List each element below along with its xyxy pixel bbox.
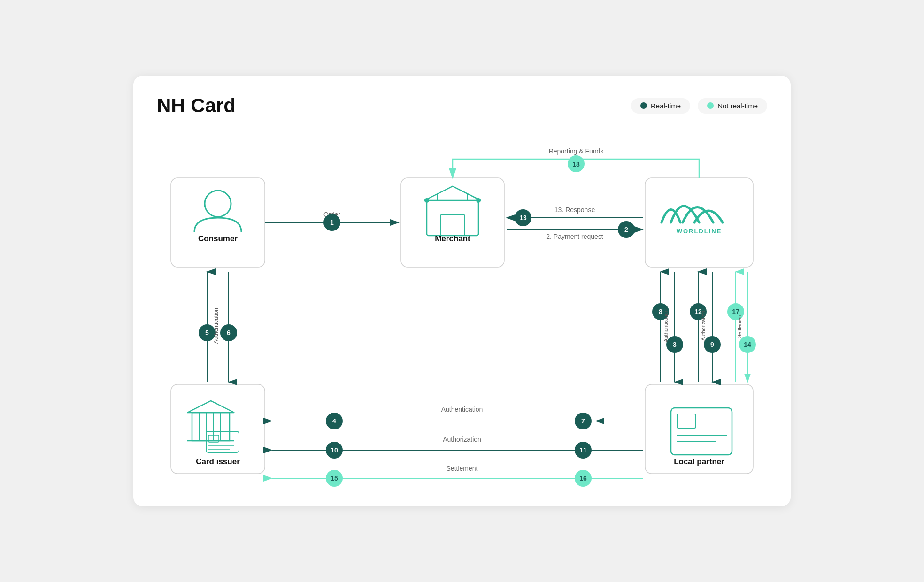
svg-text:5: 5: [205, 329, 209, 337]
header: NH Card Real-time Not real-time: [157, 94, 767, 117]
consumer-label: Consumer: [198, 234, 238, 243]
legend: Real-time Not real-time: [631, 98, 767, 114]
svg-text:9: 9: [710, 341, 714, 348]
not-realtime-dot: [707, 102, 714, 109]
worldline-logo-text: WORLDLINE: [677, 228, 722, 235]
svg-text:4: 4: [332, 417, 336, 425]
diagram-svg: Consumer Merchant WORLDLINE: [157, 131, 767, 488]
svg-text:10: 10: [331, 446, 338, 454]
svg-text:13: 13: [519, 214, 527, 222]
main-diagram: Consumer Merchant WORLDLINE: [157, 131, 767, 488]
svg-text:8: 8: [659, 308, 662, 315]
legend-realtime: Real-time: [631, 98, 690, 114]
svg-text:3: 3: [673, 341, 677, 348]
card-issuer-label: Card issuer: [196, 457, 240, 466]
merchant-label: Merchant: [435, 234, 470, 243]
legend-not-realtime: Not real-time: [698, 98, 767, 114]
auth-right-label: Authentication: [663, 309, 669, 342]
svg-text:15: 15: [331, 475, 338, 482]
page-title: NH Card: [157, 94, 236, 117]
response-label: 13. Response: [554, 206, 595, 214]
local-partner-label: Local partner: [674, 457, 724, 466]
svg-text:16: 16: [579, 475, 587, 482]
svg-text:7: 7: [581, 417, 585, 425]
reporting-funds-label: Reporting & Funds: [549, 147, 604, 155]
payment-request-label: 2. Payment request: [546, 233, 603, 240]
svg-text:14: 14: [744, 341, 751, 348]
realtime-dot: [640, 102, 647, 109]
svg-text:6: 6: [227, 329, 231, 337]
settle-horiz-label: Settlement: [447, 465, 478, 472]
authz-right-label: Authorization: [701, 311, 706, 341]
auth-horiz-label: Authentication: [441, 406, 483, 413]
authz-horiz-label: Authorization: [443, 436, 481, 443]
svg-text:18: 18: [572, 161, 580, 168]
merchant-box: [401, 178, 504, 267]
diagram-container: NH Card Real-time Not real-time Consumer: [133, 76, 791, 506]
svg-text:1: 1: [330, 219, 334, 226]
settle-right-label: Settlement: [737, 314, 742, 338]
auth-vertical-label: Authentication: [213, 308, 219, 344]
not-realtime-label: Not real-time: [717, 102, 758, 110]
svg-text:11: 11: [579, 446, 587, 454]
realtime-label: Real-time: [651, 102, 681, 110]
svg-text:2: 2: [624, 226, 628, 233]
